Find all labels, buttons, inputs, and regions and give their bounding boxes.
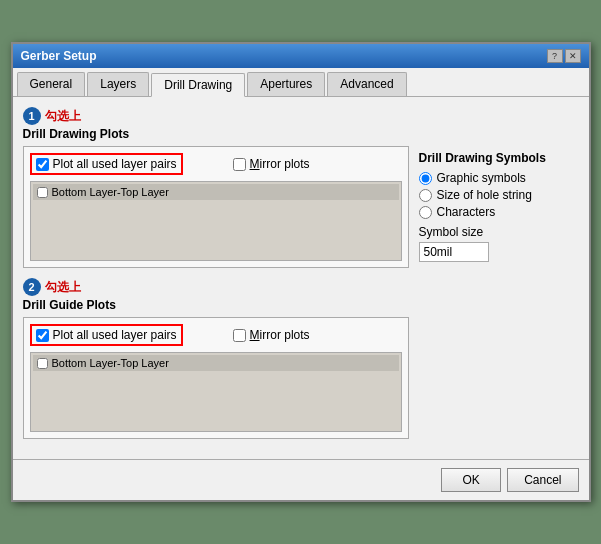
help-button[interactable]: ?: [547, 49, 563, 63]
tab-content: 1 勾选上 Drill Drawing Plots Plot all used …: [13, 97, 589, 459]
plot-all-checkbox-2[interactable]: [36, 329, 49, 342]
layer-item-2: Bottom Layer-Top Layer: [33, 355, 399, 371]
radio-graphic[interactable]: [419, 172, 432, 185]
mirror-row-1: Mirror plots: [233, 157, 310, 171]
layer-item-label-2: Bottom Layer-Top Layer: [52, 357, 169, 369]
plot-all-label-2: Plot all used layer pairs: [53, 328, 177, 342]
bottom-bar: OK Cancel: [13, 459, 589, 500]
plot-all-checkbox-highlighted: Plot all used layer pairs: [30, 153, 183, 175]
radio-characters: Characters: [419, 205, 579, 219]
mirror-label-1: Mirror plots: [250, 157, 310, 171]
annotation-1-bubble: 1: [23, 107, 41, 125]
title-bar-buttons: ? ✕: [547, 49, 581, 63]
tab-drill-drawing[interactable]: Drill Drawing: [151, 73, 245, 97]
plot-all-checkbox-1[interactable]: [36, 158, 49, 171]
close-button[interactable]: ✕: [565, 49, 581, 63]
mirror-label-2: Mirror plots: [250, 328, 310, 342]
drill-guide-section: 2 勾选上 Drill Guide Plots Plot all used la…: [23, 278, 409, 439]
symbol-size-label: Symbol size: [419, 225, 579, 239]
window-title: Gerber Setup: [21, 49, 97, 63]
hole-string-label: Size of hole string: [437, 188, 532, 202]
title-bar: Gerber Setup ? ✕: [13, 44, 589, 68]
section1-group: Plot all used layer pairs Mirror plots B…: [23, 146, 409, 268]
radio-hole-string[interactable]: [419, 189, 432, 202]
tab-layers[interactable]: Layers: [87, 72, 149, 96]
layer-list-1: Bottom Layer-Top Layer: [30, 181, 402, 261]
tab-bar: General Layers Drill Drawing Apertures A…: [13, 68, 589, 97]
left-panel: 1 勾选上 Drill Drawing Plots Plot all used …: [23, 107, 409, 449]
symbol-size-input[interactable]: [419, 242, 489, 262]
tab-general[interactable]: General: [17, 72, 86, 96]
radio-graphic-symbols: Graphic symbols: [419, 171, 579, 185]
tab-advanced[interactable]: Advanced: [327, 72, 406, 96]
layer-item-checkbox-2[interactable]: [37, 358, 48, 369]
layer-item-checkbox-1[interactable]: [37, 187, 48, 198]
drill-symbols-title: Drill Drawing Symbols: [419, 151, 579, 165]
plot-all-checkbox-highlighted-2: Plot all used layer pairs: [30, 324, 183, 346]
mirror-checkbox-2[interactable]: [233, 329, 246, 342]
main-layout: 1 勾选上 Drill Drawing Plots Plot all used …: [23, 107, 579, 449]
annotation-2-bubble: 2: [23, 278, 41, 296]
annotation-1-text: 勾选上: [45, 108, 81, 125]
main-window: Gerber Setup ? ✕ General Layers Drill Dr…: [11, 42, 591, 502]
plot-all-label-1: Plot all used layer pairs: [53, 157, 177, 171]
layer-item-1: Bottom Layer-Top Layer: [33, 184, 399, 200]
cancel-button[interactable]: Cancel: [507, 468, 578, 492]
right-panel: Drill Drawing Symbols Graphic symbols Si…: [419, 107, 579, 449]
tab-apertures[interactable]: Apertures: [247, 72, 325, 96]
mirror-row-2: Mirror plots: [233, 328, 310, 342]
mirror-checkbox-1[interactable]: [233, 158, 246, 171]
drill-drawing-section: 1 勾选上 Drill Drawing Plots Plot all used …: [23, 107, 409, 268]
section2-title: Drill Guide Plots: [23, 298, 409, 312]
radio-hole-string: Size of hole string: [419, 188, 579, 202]
ok-button[interactable]: OK: [441, 468, 501, 492]
graphic-symbols-label: Graphic symbols: [437, 171, 526, 185]
layer-list-2: Bottom Layer-Top Layer: [30, 352, 402, 432]
section1-title: Drill Drawing Plots: [23, 127, 409, 141]
layer-item-label-1: Bottom Layer-Top Layer: [52, 186, 169, 198]
characters-label: Characters: [437, 205, 496, 219]
radio-characters[interactable]: [419, 206, 432, 219]
annotation-2-text: 勾选上: [45, 279, 81, 296]
section2-group: Plot all used layer pairs Mirror plots B…: [23, 317, 409, 439]
